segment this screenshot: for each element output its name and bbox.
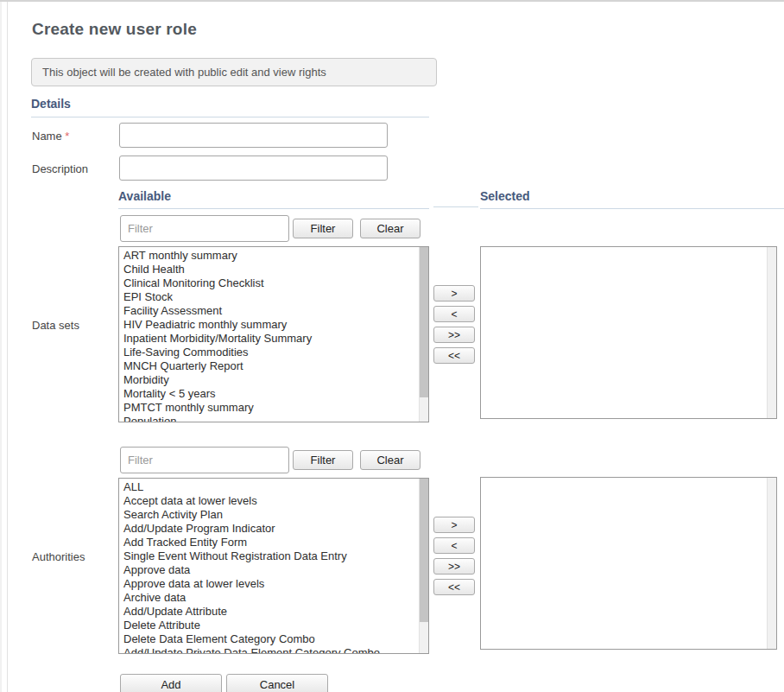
authorities-move-all-right-button[interactable]: >> (433, 558, 475, 575)
name-input[interactable] (119, 123, 388, 148)
list-option[interactable]: Population (119, 415, 428, 422)
authorities-filter-button[interactable]: Filter (293, 450, 353, 470)
list-option[interactable]: Archive data (119, 591, 428, 605)
list-option[interactable]: Delete Attribute (119, 619, 428, 632)
name-label: Name * (32, 130, 69, 143)
list-option[interactable]: Approve data at lower levels (119, 577, 428, 591)
required-marker: * (65, 130, 69, 143)
list-option[interactable]: PMTCT monthly summary (119, 401, 428, 415)
list-option[interactable]: Add/Update Private Data Element Category… (119, 646, 428, 654)
list-option[interactable]: Approve data (119, 563, 428, 577)
datasets-available-listbox[interactable]: ART monthly summaryChild HealthClinical … (118, 246, 429, 422)
list-option[interactable]: Life-Saving Commodities (119, 346, 428, 359)
datasets-move-all-left-button[interactable]: << (433, 347, 475, 364)
window-left-strip (0, 2, 2, 692)
list-option[interactable]: EPI Stock (119, 290, 428, 304)
datasets-selected-scrollbar[interactable] (767, 247, 776, 418)
authorities-move-all-left-button[interactable]: << (433, 579, 475, 595)
list-option[interactable]: Add/Update Attribute (119, 605, 428, 619)
middle-column-rule (433, 206, 478, 207)
datasets-filter-button[interactable]: Filter (293, 219, 353, 238)
page-title: Create new user role (32, 20, 197, 39)
datasets-move-right-button[interactable]: > (433, 285, 475, 302)
panel-left-divider (7, 2, 8, 692)
datasets-move-left-button[interactable]: < (433, 306, 475, 322)
authorities-selected-listbox[interactable] (480, 477, 777, 650)
authorities-available-scrollbar[interactable] (419, 479, 428, 653)
authorities-move-right-button[interactable]: > (433, 517, 475, 533)
authorities-selected-scrollbar[interactable] (767, 478, 776, 649)
list-option[interactable]: Accept data at lower levels (119, 494, 428, 508)
list-option[interactable]: Facility Assessment (119, 304, 428, 318)
list-option[interactable]: Child Health (119, 263, 428, 276)
list-option[interactable]: Morbidity (119, 373, 428, 387)
list-option[interactable]: Search Activity Plan (119, 508, 428, 522)
window-top-border (0, 0, 784, 2)
datasets-filter-input[interactable] (120, 215, 289, 242)
list-option[interactable]: Delete Data Element Category Combo (119, 632, 428, 646)
add-button[interactable]: Add (120, 674, 222, 692)
list-option[interactable]: MNCH Quarterly Report (119, 359, 428, 373)
datasets-clear-button[interactable]: Clear (360, 219, 420, 238)
datasets-available-scrollbar[interactable] (419, 247, 428, 422)
public-rights-notice: This object will be created with public … (31, 58, 437, 86)
details-section-header: Details (31, 97, 429, 117)
authorities-available-listbox[interactable]: ALLAccept data at lower levelsSearch Act… (118, 478, 429, 654)
authorities-clear-button[interactable]: Clear (360, 450, 420, 470)
datasets-move-all-right-button[interactable]: >> (433, 327, 475, 343)
datasets-selected-listbox[interactable] (480, 246, 777, 419)
list-option[interactable]: Mortality < 5 years (119, 387, 428, 401)
list-option[interactable]: Inpatient Morbidity/Mortality Summary (119, 332, 428, 346)
datasets-label: Data sets (32, 319, 79, 332)
authorities-label: Authorities (32, 550, 85, 563)
list-option[interactable]: HIV Peadiatric monthly summary (119, 318, 428, 332)
list-option[interactable]: ALL (119, 480, 428, 494)
list-option[interactable]: Single Event Without Registration Data E… (119, 549, 428, 563)
description-input[interactable] (119, 156, 388, 181)
scrollbar-thumb[interactable] (420, 247, 428, 397)
description-label: Description (32, 162, 88, 175)
authorities-filter-input[interactable] (120, 447, 289, 473)
cancel-button[interactable]: Cancel (226, 674, 328, 692)
authorities-move-left-button[interactable]: < (433, 537, 475, 554)
list-option[interactable]: Add/Update Program Indicator (119, 522, 428, 536)
available-column-header: Available (118, 189, 429, 209)
selected-column-header: Selected (480, 189, 784, 209)
notice-text: This object will be created with public … (42, 66, 326, 79)
list-option[interactable]: Add Tracked Entity Form (119, 536, 428, 549)
list-option[interactable]: Clinical Monitoring Checklist (119, 276, 428, 290)
scrollbar-thumb[interactable] (420, 479, 428, 622)
list-option[interactable]: ART monthly summary (119, 249, 428, 263)
